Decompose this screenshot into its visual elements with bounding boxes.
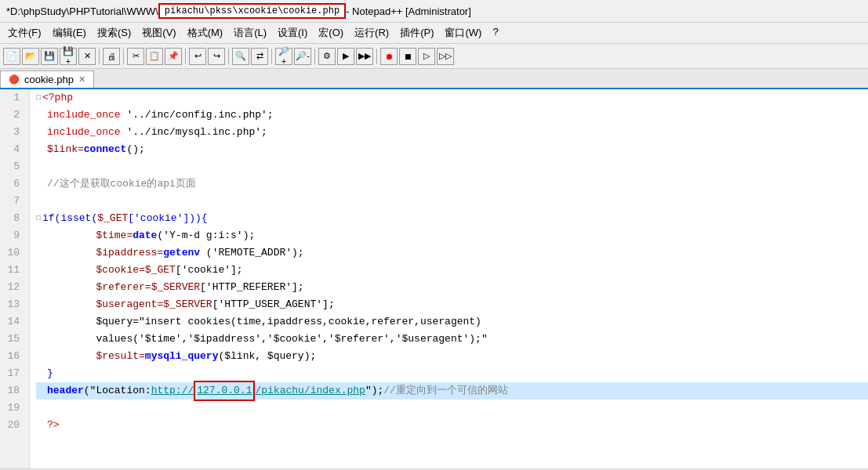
title-bar: *D:\phpStudy\PHPTutorial\WWW\pikachu\pks… (0, 0, 868, 23)
code-line-5 (36, 158, 868, 175)
cut-button[interactable]: ✂ (127, 48, 144, 65)
code-segment: ['cookie']; (176, 262, 243, 279)
menu-item-p[interactable]: 插件(P) (395, 24, 438, 42)
code-area[interactable]: □<?phpinclude_once '../inc/config.inc.ph… (30, 89, 868, 468)
code-segment: (); (126, 141, 144, 158)
play-button[interactable]: ▷ (418, 48, 435, 65)
code-segment: if(isset( (42, 210, 97, 227)
code-segment: mysqli_query (145, 348, 219, 365)
separator-6 (314, 49, 315, 64)
line-num-5: 5 (0, 158, 24, 175)
code-line-7 (36, 193, 868, 210)
php-file-icon: 🔴 (9, 74, 20, 85)
code-line-15: values('$time','$ipaddress','$cookie','$… (36, 331, 868, 348)
run2-button[interactable]: ▶▶ (356, 48, 373, 65)
fold-icon-8[interactable]: □ (36, 210, 41, 227)
menu-item-e[interactable]: 编辑(E) (48, 24, 91, 42)
menu-item-i[interactable]: 设置(I) (273, 24, 312, 42)
run-button[interactable]: ▶ (337, 48, 354, 65)
code-segment: $result= (47, 348, 145, 365)
toolbar: 📄 📂 💾 💾+ ✕ 🖨 ✂ 📋 📌 ↩ ↪ 🔍 ⇄ 🔎+ 🔎- ⚙ ▶ ▶▶ … (0, 44, 868, 69)
record-button[interactable]: ⏺ (380, 48, 398, 65)
menu-item-w[interactable]: 窗口(W) (440, 24, 486, 42)
zoom-in-button[interactable]: 🔎+ (275, 48, 292, 65)
line-num-12: 12 (0, 279, 24, 296)
code-segment: $cookie= (47, 262, 145, 279)
line-num-15: 15 (0, 331, 24, 348)
undo-button[interactable]: ↩ (189, 48, 206, 65)
code-segment: include_once (47, 124, 121, 141)
tab-close-button[interactable]: ✕ (78, 74, 85, 85)
code-segment: values('$time','$ipaddress','$cookie','$… (47, 331, 488, 348)
separator-5 (271, 49, 272, 64)
code-segment: $_SERVER (151, 279, 200, 296)
code-segment: $time= (47, 227, 133, 244)
line-num-2: 2 (0, 107, 24, 124)
menu-item-l[interactable]: 语言(L) (229, 24, 271, 42)
menu-item-o[interactable]: 宏(O) (314, 24, 348, 42)
separator-2 (123, 49, 124, 64)
code-segment: '../inc/config.inc.php'; (121, 107, 274, 124)
code-segment: ['HTTP_REFERER']; (200, 279, 304, 296)
macro-button[interactable]: ⚙ (318, 48, 336, 65)
code-segment: /pikachu/index.php (255, 382, 365, 400)
code-line-16: $result=mysqli_query($link, $query); (36, 348, 868, 365)
code-line-11: $cookie=$_GET['cookie']; (36, 262, 868, 279)
redo-button[interactable]: ↪ (208, 48, 225, 65)
line-num-17: 17 (0, 365, 24, 382)
save-button[interactable]: 💾 (41, 48, 58, 65)
menu-item-r[interactable]: 运行(R) (350, 24, 394, 42)
code-segment: $link= (47, 141, 84, 158)
code-line-4: $link=connect(); (36, 141, 868, 158)
code-segment: <?php (42, 89, 73, 107)
stop-button[interactable]: ⏹ (399, 48, 416, 65)
line-num-14: 14 (0, 313, 24, 331)
code-line-12: $referer=$_SERVER['HTTP_REFERER']; (36, 279, 868, 296)
playall-button[interactable]: ▷▷ (437, 48, 454, 65)
open-button[interactable]: 📂 (22, 48, 39, 65)
code-line-6: //这个是获取cookie的api页面 (36, 175, 868, 193)
separator-4 (228, 49, 229, 64)
code-line-9: $time=date('Y-m-d g:i:s'); (36, 227, 868, 244)
code-line-18: header("Location:http://127.0.0.1/pikach… (36, 382, 868, 400)
title-prefix: *D:\phpStudy\PHPTutorial\WWW\ (6, 5, 158, 17)
save-all-button[interactable]: 💾+ (60, 48, 77, 65)
file-tab[interactable]: 🔴 cookie.php ✕ (0, 70, 94, 88)
code-segment: ('REMOTE_ADDR'); (200, 244, 304, 262)
menu-item-s[interactable]: 搜索(S) (93, 24, 136, 42)
code-line-1: □<?php (36, 89, 868, 107)
code-segment: "); (365, 382, 383, 400)
paste-button[interactable]: 📌 (165, 48, 182, 65)
code-line-10: $ipaddress=getenv ('REMOTE_ADDR'); (36, 244, 868, 262)
title-filepath: pikachu\pkss\xcookie\cookie.php (158, 3, 346, 19)
line-num-11: 11 (0, 262, 24, 279)
line-num-20: 20 (0, 417, 24, 434)
title-suffix: - Notepad++ [Administrator] (346, 5, 471, 17)
line-numbers: 1234567891011121314151617181920 (0, 89, 30, 468)
menu-item-m[interactable]: 格式(M) (183, 24, 228, 42)
find-button[interactable]: 🔍 (232, 48, 249, 65)
line-num-19: 19 (0, 400, 24, 417)
code-segment: ($link, $query); (218, 348, 316, 365)
code-segment: ('Y-m-d g:i:s'); (157, 227, 255, 244)
code-segment: ['HTTP_USER_AGENT']; (212, 296, 335, 313)
print-button[interactable]: 🖨 (103, 48, 120, 65)
menu-item-f[interactable]: 文件(F) (3, 24, 46, 42)
menu-item-[interactable]: ? (488, 24, 503, 42)
code-line-2: include_once '../inc/config.inc.php'; (36, 107, 868, 124)
line-num-4: 4 (0, 141, 24, 158)
menu-bar: 文件(F)编辑(E)搜索(S)视图(V)格式(M)语言(L)设置(I)宏(O)运… (0, 23, 868, 44)
new-button[interactable]: 📄 (3, 48, 20, 65)
menu-item-v[interactable]: 视图(V) (137, 24, 180, 42)
code-line-8: □if(isset($_GET['cookie'])){ (36, 210, 868, 227)
line-num-10: 10 (0, 244, 24, 262)
fold-icon-1[interactable]: □ (36, 89, 41, 107)
code-segment: //这个是获取cookie的api页面 (47, 175, 196, 193)
code-segment: //重定向到一个可信的网站 (383, 382, 508, 400)
close-button[interactable]: ✕ (78, 48, 96, 65)
replace-button[interactable]: ⇄ (251, 48, 268, 65)
code-segment: getenv (163, 244, 200, 262)
zoom-out-button[interactable]: 🔎- (294, 48, 311, 65)
copy-button[interactable]: 📋 (146, 48, 163, 65)
code-segment: date (133, 227, 157, 244)
